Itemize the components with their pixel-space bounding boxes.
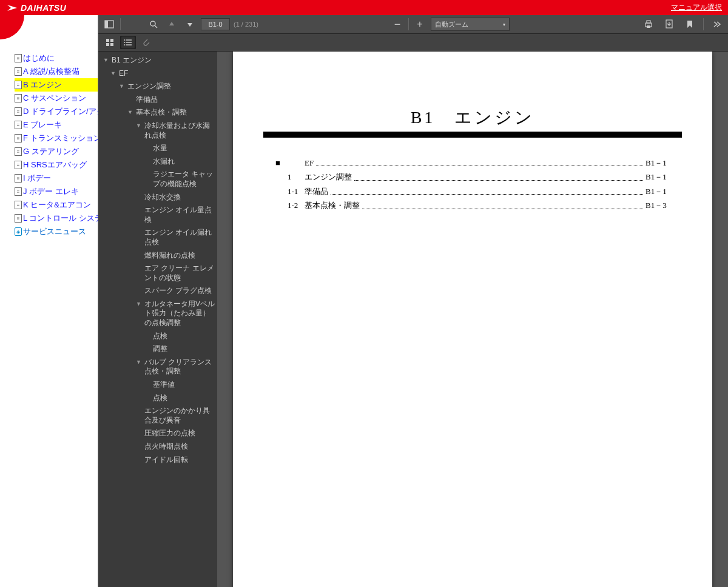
sidebar-item[interactable]: ≡E ブレーキ — [15, 118, 98, 132]
sidebar-item-label: D ドライブライン/アク — [23, 106, 104, 117]
outline-item-label: エンジン オイル漏れ点検 — [144, 228, 215, 247]
outline-item[interactable]: エア クリーナ エレメントの状態 — [98, 262, 217, 284]
attachments-tab[interactable] — [138, 36, 154, 49]
toc-mark: ■ — [275, 156, 288, 170]
toc-row: 1-2基本点検・調整B1－3 — [275, 198, 682, 212]
toc-label: 基本点検・調整 — [305, 198, 360, 212]
outline-item[interactable]: 圧縮圧力の点検 — [98, 427, 217, 440]
outline-item-label: B1 エンジン — [112, 56, 215, 65]
sidebar-item[interactable]: ≡A 総説/点検整備 — [15, 65, 98, 78]
outline-item[interactable]: ▼基本点検・調整 — [98, 106, 217, 119]
toc-row: 1エンジン調整B1－1 — [275, 170, 682, 184]
outline-item[interactable]: ラジエータ キャップの機能点検 — [98, 168, 217, 190]
sidebar-item[interactable]: ≡L コントロール システ — [15, 212, 98, 225]
outline-item[interactable]: ▼エンジン調整 — [98, 80, 217, 93]
outline-item[interactable]: ▼B1 エンジン — [98, 54, 217, 67]
sidebar-item[interactable]: ≡B エンジン — [15, 78, 98, 92]
outline-item[interactable]: エンジン オイル漏れ点検 — [98, 226, 217, 249]
toc-row: ■EFB1－1 — [275, 156, 682, 170]
document-icon: ≡ — [15, 147, 22, 156]
sidebar-item[interactable]: ≡G ステアリング — [15, 145, 98, 158]
toc-number: 1 — [288, 170, 305, 184]
sidebar-item-label: L コントロール システ — [23, 213, 103, 224]
outline-item[interactable]: 点検 — [98, 330, 217, 343]
sidebar-item[interactable]: ≡D ドライブライン/アク — [15, 105, 98, 118]
outline-item[interactable]: ▼オルタネータ用Vベルト張力（たわみ量）の点検調整 — [98, 298, 217, 330]
search-button[interactable] — [146, 17, 161, 32]
outline-item[interactable]: アイドル回転 — [98, 454, 217, 467]
outline-item[interactable]: エンジンのかかり具合及び異音 — [98, 404, 217, 427]
outline-item[interactable]: 水漏れ — [98, 155, 217, 169]
sidebar-item-label: A 総説/点検整備 — [23, 66, 79, 77]
expand-arrow-icon[interactable]: ▼ — [110, 69, 116, 78]
sidebar-item[interactable]: ≡I ボデー — [15, 172, 98, 185]
outline-item[interactable]: 点検 — [98, 392, 217, 405]
expand-arrow-icon[interactable]: ▼ — [136, 358, 142, 366]
print-button[interactable] — [641, 17, 656, 32]
outline-item-label: 水量 — [153, 144, 215, 153]
download-button[interactable] — [662, 17, 676, 32]
toggle-sidebar-button[interactable] — [102, 17, 116, 32]
bookmark-button[interactable] — [682, 17, 697, 32]
svg-point-16 — [124, 42, 126, 43]
outline-item-label: エンジン調整 — [127, 82, 215, 92]
sidebar-item[interactable]: ≡K ヒータ&エアコン — [15, 198, 98, 212]
outline-item-label: 準備品 — [136, 95, 215, 105]
outline-item[interactable]: 冷却水交換 — [98, 191, 217, 204]
outline-item[interactable]: 点火時期点検 — [98, 440, 217, 454]
outline-item[interactable]: スパーク プラグ点検 — [98, 284, 217, 298]
outline-item[interactable]: ▼バルブ クリアランス点検・調整 — [98, 356, 217, 378]
sidebar-item-label: H SRSエアバッグ — [23, 159, 87, 170]
zoom-out-button[interactable]: − — [390, 17, 405, 32]
expand-arrow-icon[interactable]: ▼ — [136, 121, 142, 130]
toc-label: 準備品 — [305, 184, 328, 198]
expand-arrow-icon[interactable]: ▼ — [103, 56, 109, 64]
outline-item[interactable]: ▼冷却水量および水漏れ点検 — [98, 119, 217, 142]
sidebar-item[interactable]: ≡F トランスミッション — [15, 132, 98, 145]
page-number-input[interactable] — [201, 18, 230, 30]
sidebar-item[interactable]: ≡C サスペンション — [15, 92, 98, 105]
sidebar-item[interactable]: ≡H SRSエアバッグ — [15, 158, 98, 172]
toc-label: エンジン調整 — [305, 170, 352, 184]
sidebar-item-label: G ステアリング — [23, 146, 79, 157]
toc-number: 1-1 — [288, 184, 305, 198]
brand-text: DAIHATSU — [21, 3, 66, 13]
outline-item[interactable]: 燃料漏れの点検 — [98, 249, 217, 263]
outline-tab[interactable] — [120, 36, 136, 49]
document-icon: ≡ — [15, 161, 22, 169]
outline-item[interactable]: 準備品 — [98, 93, 217, 107]
zoom-select[interactable]: 自動ズーム — [431, 18, 510, 31]
document-icon: ≡ — [15, 201, 22, 209]
more-tools-button[interactable] — [710, 17, 724, 32]
sidebar-item[interactable]: ≡J ボデー エレキ — [15, 185, 98, 198]
prev-page-button[interactable] — [164, 17, 179, 32]
zoom-in-button[interactable]: + — [413, 17, 427, 32]
outline-item-label: 基本点検・調整 — [136, 108, 215, 118]
outline-item[interactable]: ▼EF — [98, 67, 217, 81]
thumbnails-tab[interactable] — [102, 36, 118, 49]
sidebar-item[interactable]: ≡はじめに — [15, 52, 98, 65]
outline-item[interactable]: 水量 — [98, 142, 217, 155]
page-viewer[interactable]: B1 エンジン ■EFB1－11エンジン調整B1－11-1準備品B1－11-2基… — [217, 52, 728, 587]
expand-arrow-icon[interactable]: ▼ — [127, 108, 133, 116]
toc-leader — [316, 166, 643, 166]
sidebar-item-service-news[interactable]: ◈サービスニュース — [15, 225, 98, 238]
toc-label: EF — [305, 156, 314, 170]
page-title: B1 エンジン — [263, 106, 682, 129]
sidebar-tabs — [98, 34, 728, 52]
toc-page: B1－1 — [645, 184, 682, 198]
document-icon: ≡ — [15, 81, 22, 89]
outline-item-label: 基準値 — [153, 380, 215, 390]
outline-item[interactable]: 調整 — [98, 343, 217, 356]
outline-item-label: 点検 — [153, 332, 215, 341]
outline-item[interactable]: 基準値 — [98, 378, 217, 392]
expand-arrow-icon[interactable]: ▼ — [119, 82, 125, 90]
svg-rect-1 — [105, 21, 108, 28]
next-page-button[interactable] — [183, 17, 197, 32]
manual-select-link[interactable]: マニュアル選択 — [671, 2, 722, 13]
outline-panel[interactable]: ▼B1 エンジン▼EF▼エンジン調整準備品▼基本点検・調整▼冷却水量および水漏れ… — [98, 52, 217, 587]
svg-point-17 — [124, 44, 126, 45]
outline-item[interactable]: エンジン オイル量点検 — [98, 204, 217, 226]
document-icon: ≡ — [15, 94, 22, 102]
expand-arrow-icon[interactable]: ▼ — [136, 300, 142, 308]
